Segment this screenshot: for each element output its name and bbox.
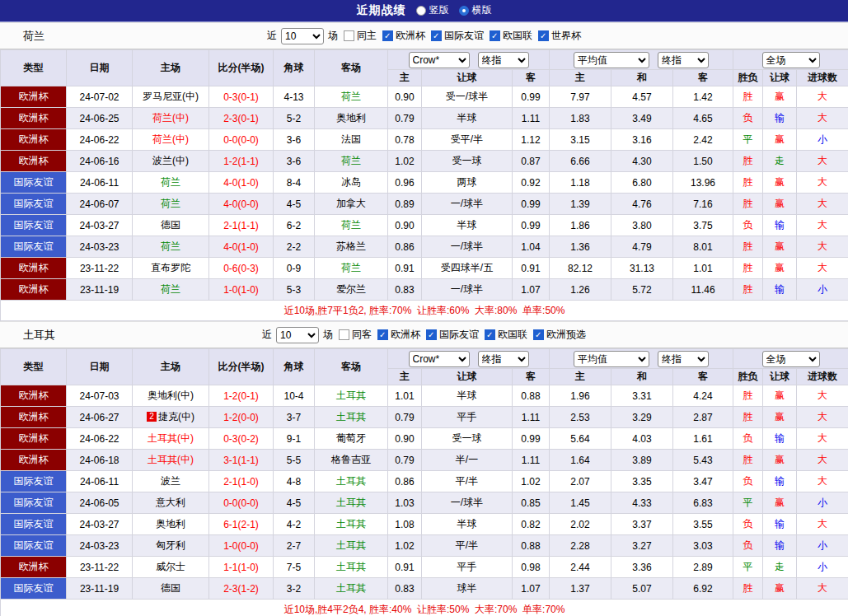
odds-source-select[interactable]: Crow* — [409, 351, 470, 367]
home-team[interactable]: 荷兰(中) — [133, 108, 209, 129]
away-team[interactable]: 格鲁吉亚 — [315, 450, 388, 471]
away-team[interactable]: 土耳其 — [315, 578, 388, 600]
avg-type-select[interactable]: 平均值 — [574, 52, 649, 68]
avg-stage-select[interactable]: 终指 — [658, 52, 709, 68]
away-team[interactable]: 冰岛 — [315, 172, 388, 194]
checkbox-icon[interactable] — [538, 30, 549, 41]
away-team[interactable]: 土耳其 — [315, 471, 388, 492]
result-outcome: 平 — [733, 492, 763, 514]
competition-filter-3[interactable]: 欧洲预选 — [533, 328, 586, 342]
home-team[interactable]: 2捷克(中) — [133, 407, 209, 428]
competition-filter-0-label: 欧洲杯 — [391, 328, 420, 342]
radio-icon[interactable] — [459, 6, 469, 16]
home-team[interactable]: 德国 — [133, 215, 209, 236]
recent-count-select[interactable]: 10 — [281, 28, 324, 44]
away-team[interactable]: 土耳其 — [315, 385, 388, 407]
home-team[interactable]: 荷兰 — [133, 194, 209, 215]
home-team[interactable]: 意大利 — [133, 492, 209, 514]
checkbox-icon[interactable] — [485, 329, 495, 340]
away-team[interactable]: 葡萄牙 — [315, 428, 388, 450]
subheader-avg-home: 主 — [550, 70, 611, 86]
checkbox-icon[interactable] — [377, 329, 388, 340]
checkbox-icon[interactable] — [533, 329, 544, 340]
competition-filter-1[interactable]: 国际友谊 — [426, 328, 479, 342]
home-team[interactable]: 德国 — [133, 578, 209, 600]
avg-away: 4.65 — [673, 108, 733, 129]
odds-dropdown-group: Crow*终指 — [388, 52, 549, 68]
radio-icon[interactable] — [416, 6, 426, 16]
home-team[interactable]: 匈牙利 — [133, 535, 209, 557]
home-team[interactable]: 波兰(中) — [133, 151, 209, 172]
away-team[interactable]: 法国 — [315, 129, 388, 151]
away-team[interactable]: 加拿大 — [315, 194, 388, 215]
away-team[interactable]: 荷兰 — [315, 258, 388, 279]
competition-filter-2[interactable]: 欧国联 — [490, 29, 532, 43]
scope-select[interactable]: 全场 — [762, 52, 820, 68]
odds-home: 0.90 — [388, 86, 422, 108]
recent-count-select[interactable]: 10 — [276, 327, 319, 343]
avg-stage-select[interactable]: 终指 — [658, 351, 709, 367]
away-team[interactable]: 苏格兰 — [315, 236, 388, 258]
home-team[interactable]: 威尔士 — [133, 557, 209, 578]
home-team[interactable]: 奥地利(中) — [133, 385, 209, 407]
avg-type-select[interactable]: 平均值 — [574, 351, 649, 367]
away-team[interactable]: 土耳其 — [315, 407, 388, 428]
odds-source-select[interactable]: Crow* — [409, 52, 470, 68]
home-team[interactable]: 罗马尼亚(中) — [133, 86, 209, 108]
subheader-avg-draw: 和 — [611, 70, 673, 86]
checkbox-icon[interactable] — [431, 30, 442, 41]
home-team[interactable]: 直布罗陀 — [133, 258, 209, 279]
view-option-vertical[interactable]: 竖版 — [416, 3, 449, 17]
away-team[interactable]: 土耳其 — [315, 557, 388, 578]
match-date: 24-07-02 — [67, 86, 133, 108]
away-team[interactable]: 荷兰 — [315, 86, 388, 108]
scope-select[interactable]: 全场 — [762, 351, 820, 367]
away-team[interactable]: 土耳其 — [315, 492, 388, 514]
away-team[interactable]: 土耳其 — [315, 535, 388, 557]
home-team[interactable]: 波兰 — [133, 471, 209, 492]
home-team[interactable]: 荷兰(中) — [133, 129, 209, 151]
handicap: 受一/球半 — [422, 86, 513, 108]
competition-filter-0[interactable]: 欧洲杯 — [377, 328, 420, 342]
section-team-name: 荷兰 — [23, 29, 45, 44]
scope-dropdown-group: 全场 — [733, 52, 848, 68]
home-team[interactable]: 土耳其(中) — [133, 428, 209, 450]
competition-filter-0[interactable]: 欧洲杯 — [382, 29, 425, 43]
away-team[interactable]: 土耳其 — [315, 514, 388, 535]
competition-filter-1[interactable]: 国际友谊 — [431, 29, 484, 43]
checkbox-icon[interactable] — [339, 329, 349, 340]
view-option-horizontal[interactable]: 横版 — [459, 3, 492, 17]
home-team[interactable]: 荷兰 — [133, 236, 209, 258]
home-team[interactable]: 土耳其(中) — [133, 450, 209, 471]
away-team[interactable]: 爱尔兰 — [315, 279, 388, 301]
column-header-date: 日期 — [67, 349, 133, 385]
column-header-home: 主场 — [133, 50, 209, 86]
subheader-avg-away: 客 — [673, 70, 733, 86]
odds-away: 0.87 — [513, 151, 550, 172]
checkbox-icon[interactable] — [382, 30, 393, 41]
odds-stage-select[interactable]: 终指 — [478, 351, 529, 367]
home-team[interactable]: 奥地利 — [133, 514, 209, 535]
venue-filter[interactable]: 同客 — [339, 328, 372, 342]
result-outcome: 平 — [733, 129, 763, 151]
recent-label: 近 — [267, 29, 277, 43]
venue-filter[interactable]: 同主 — [344, 29, 377, 43]
away-team[interactable]: 荷兰 — [315, 151, 388, 172]
column-header-score: 比分(半场) — [209, 349, 274, 385]
corners: 3-6 — [274, 129, 315, 151]
avg-home: 5.64 — [550, 428, 611, 450]
home-team[interactable]: 荷兰 — [133, 172, 209, 194]
competition-filter-2[interactable]: 欧国联 — [485, 328, 527, 342]
competition-filter-3[interactable]: 世界杯 — [538, 29, 581, 43]
away-team[interactable]: 荷兰 — [315, 215, 388, 236]
competition-badge: 欧洲杯 — [1, 279, 67, 301]
away-team[interactable]: 奥地利 — [315, 108, 388, 129]
avg-home: 1.83 — [550, 108, 611, 129]
subheader-avg-home: 主 — [550, 369, 611, 385]
checkbox-icon[interactable] — [426, 329, 437, 340]
score: 1-0(1-0) — [209, 279, 274, 301]
checkbox-icon[interactable] — [490, 30, 500, 41]
odds-stage-select[interactable]: 终指 — [478, 52, 529, 68]
checkbox-icon[interactable] — [344, 30, 354, 41]
home-team[interactable]: 荷兰 — [133, 279, 209, 301]
